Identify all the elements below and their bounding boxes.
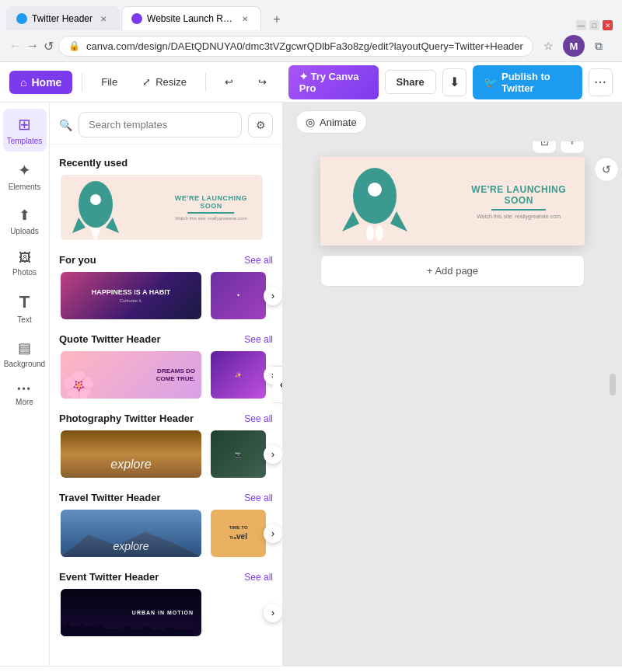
canvas-design-content: WE'RE LAUNCHING SOON Watch this site: re… — [320, 157, 585, 245]
template-card-event1[interactable]: URBAN IN MOTION — [59, 587, 203, 638]
recently-used-header: Recently used — [50, 151, 282, 173]
share-button[interactable]: Share — [385, 70, 436, 94]
tab-close-2[interactable]: ✕ — [239, 12, 251, 25]
filter-button[interactable]: ⚙ — [248, 113, 273, 138]
explore1-text: explore — [110, 458, 151, 472]
resize-icon: ⤢ — [142, 76, 151, 88]
add-canvas-icon: + — [568, 141, 575, 148]
toolbar-separator-1 — [82, 73, 82, 92]
lock-icon: 🔒 — [68, 40, 80, 51]
profile-button[interactable]: M — [563, 35, 585, 57]
template-card-launch-recent[interactable]: WE'RE LAUNCHING SOON Watch this site: re… — [59, 173, 264, 242]
travel2-text: TIME TOTravel — [229, 525, 247, 541]
add-canvas-button[interactable]: + — [560, 141, 585, 154]
travel-nav-arrow[interactable]: › — [264, 524, 282, 543]
refresh-canvas-button[interactable]: ↺ — [594, 157, 619, 182]
travel-see-all[interactable]: See all — [244, 493, 273, 503]
maximize-button[interactable]: □ — [589, 20, 599, 30]
template-card-explore2[interactable]: 📷 — [209, 429, 267, 479]
bookmark-button[interactable]: ☆ — [538, 35, 560, 57]
rocket-svg — [68, 175, 123, 242]
for-you-see-all[interactable]: See all — [244, 255, 273, 266]
search-icon: 🔍 — [59, 119, 72, 131]
browser-actions: ☆ M ⧉ ⋮ — [538, 35, 622, 57]
recently-used-launch-text2: SOON — [175, 202, 247, 210]
svg-marker-7 — [342, 211, 359, 232]
back-button[interactable]: ← — [9, 35, 22, 57]
tab-twitter-header[interactable]: Twitter Header ✕ — [6, 6, 120, 30]
toolbar-separator-2 — [205, 73, 206, 92]
template-card-travel1[interactable]: explore — [59, 508, 203, 559]
home-button[interactable]: ⌂ Home — [9, 71, 72, 94]
canvas-rocket-svg — [336, 158, 414, 244]
search-input[interactable] — [79, 112, 242, 138]
quote-see-all[interactable]: See all — [244, 334, 273, 345]
more-sidebar-icon: ••• — [17, 384, 32, 395]
for-you-nav-arrow[interactable]: › — [264, 287, 282, 305]
elements-icon: ✦ — [18, 161, 31, 179]
canvas-area: ◎ Animate ⊡ + ↺ — [283, 103, 622, 666]
file-button[interactable]: File — [92, 71, 127, 92]
text-label: Text — [17, 315, 31, 324]
duplicate-canvas-button[interactable]: ⊡ — [532, 141, 557, 154]
tab-canva[interactable]: Website Launch Rocketship Twi... ✕ — [121, 6, 261, 30]
extensions-button[interactable]: ⧉ — [588, 35, 610, 57]
browser-chrome: Twitter Header ✕ Website Launch Rocketsh… — [0, 0, 622, 62]
template-card-purple2[interactable]: ✨ — [209, 350, 267, 400]
photography-section: Photography Twitter Header See all explo… — [50, 406, 282, 479]
uploads-label: Uploads — [10, 227, 39, 235]
download-button[interactable]: ⬇ — [442, 68, 466, 96]
menu-button[interactable]: ⋮ — [613, 35, 622, 57]
add-page-button[interactable]: + Add page — [320, 255, 585, 287]
sidebar-item-background[interactable]: ▤ Background — [3, 333, 47, 374]
sidebar-item-photos[interactable]: 🖼 Photos — [3, 245, 47, 283]
tab-close-1[interactable]: ✕ — [97, 12, 110, 25]
undo-icon: ↩ — [225, 76, 233, 88]
undo-button[interactable]: ↩ — [215, 71, 243, 92]
publish-button[interactable]: 🐦 Publish to Twitter — [473, 65, 582, 99]
try-pro-label: ✦ Try Canva Pro — [299, 71, 368, 94]
refresh-button[interactable]: ↺ — [44, 35, 54, 57]
add-page-label: + Add page — [427, 265, 478, 277]
happiness-text: HAPPINESS IS A HABIT — [92, 288, 170, 297]
quote-grid: 🌸 DREAMS DOCOME TRUE. ✨ › — [50, 350, 282, 400]
sidebar-item-uploads[interactable]: ⬆ Uploads — [3, 200, 47, 242]
photography-see-all[interactable]: See all — [244, 413, 273, 424]
try-pro-button[interactable]: ✦ Try Canva Pro — [288, 65, 379, 99]
sidebar-item-more[interactable]: ••• More — [3, 378, 47, 413]
canvas-scroll[interactable]: ⊡ + ↺ — [283, 141, 622, 666]
redo-button[interactable]: ↪ — [249, 71, 276, 92]
tab-favicon-1 — [16, 13, 27, 24]
sidebar-item-templates[interactable]: ⊞ Templates — [3, 109, 47, 151]
resize-button[interactable]: ⤢ Resize — [133, 71, 196, 92]
recently-used-section: Recently used — [50, 151, 282, 242]
template-card-happiness[interactable]: HAPPINESS IS A HABIT Cultivate it. — [59, 270, 203, 321]
event-see-all[interactable]: See all — [244, 572, 273, 583]
template-card-purple1[interactable]: ✦ — [209, 270, 267, 321]
svg-point-10 — [376, 225, 383, 241]
new-tab-button[interactable]: + — [266, 9, 288, 30]
forward-button[interactable]: → — [26, 35, 39, 57]
home-label: Home — [31, 76, 61, 89]
close-button[interactable]: ✕ — [603, 20, 613, 30]
template-card-explore1[interactable]: explore — [59, 429, 203, 479]
photography-nav-arrow[interactable]: › — [264, 445, 282, 464]
animate-button[interactable]: ◎ Animate — [295, 110, 367, 134]
event-grid: URBAN IN MOTION › — [50, 587, 282, 638]
explore2-bg: 📷 — [211, 430, 266, 478]
more-options-button[interactable]: ⋯ — [589, 68, 613, 96]
design-canvas[interactable]: WE'RE LAUNCHING SOON Watch this site: re… — [320, 157, 585, 245]
templates-label: Templates — [7, 137, 43, 145]
cherry-blossom-icon: 🌸 — [62, 369, 95, 399]
template-card-dreams[interactable]: 🌸 DREAMS DOCOME TRUE. — [59, 350, 203, 400]
sidebar-item-text[interactable]: T Text — [3, 286, 47, 330]
template-card-travel2[interactable]: TIME TOTravel — [209, 508, 267, 559]
panel-collapse-button[interactable]: ‹ — [273, 366, 283, 403]
minimize-button[interactable]: — — [576, 20, 586, 30]
event-nav-arrow[interactable]: › — [264, 604, 282, 622]
address-bar[interactable]: 🔒 canva.com/design/DAEtQDNUYA0/dmc3tVZgc… — [58, 36, 533, 57]
sidebar-item-elements[interactable]: ✦ Elements — [3, 155, 47, 197]
explore2-text: 📷 — [235, 451, 242, 458]
canvas-url: Watch this site: reallygreatsite.com — [471, 214, 566, 219]
photography-header: Photography Twitter Header See all — [50, 406, 282, 429]
